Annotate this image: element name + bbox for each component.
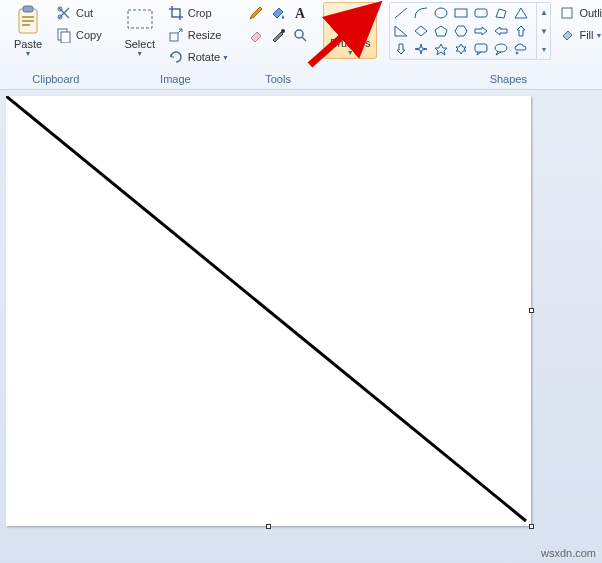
shape-fill-button[interactable]: Fill ▼: [555, 24, 602, 46]
group-image: Select ▼ Crop Resize: [112, 0, 239, 89]
shape-arrow-up[interactable]: [511, 22, 531, 40]
text-tool[interactable]: A: [289, 2, 311, 24]
brushes-label: Brushes: [330, 37, 370, 49]
canvas[interactable]: [6, 96, 531, 526]
shape-callout-rounded[interactable]: [471, 40, 491, 58]
cut-label: Cut: [76, 7, 93, 19]
shape-callout-cloud[interactable]: [511, 40, 531, 58]
shape-rounded-rect[interactable]: [471, 4, 491, 22]
shape-pentagon[interactable]: [431, 22, 451, 40]
dropdown-caret-icon: ▼: [25, 50, 32, 57]
shape-arrow-right[interactable]: [471, 22, 491, 40]
ribbon-toolbar: Paste ▼ Cut Copy Clipboard: [0, 0, 602, 90]
rotate-icon: [168, 49, 184, 65]
svg-rect-8: [61, 32, 70, 43]
select-label: Select: [124, 38, 155, 50]
fill-icon: [559, 27, 575, 43]
svg-rect-16: [475, 9, 487, 17]
svg-rect-15: [455, 9, 467, 17]
shape-star-6[interactable]: [451, 40, 471, 58]
svg-rect-9: [128, 10, 152, 28]
shapes-gallery: [390, 3, 536, 59]
select-button[interactable]: Select ▼: [118, 2, 162, 59]
shape-diamond[interactable]: [411, 22, 431, 40]
shape-oval[interactable]: [431, 4, 451, 22]
shape-right-triangle[interactable]: [391, 22, 411, 40]
scissors-icon: [56, 5, 72, 21]
gallery-scroll-down[interactable]: ▼: [537, 22, 550, 41]
shape-triangle[interactable]: [511, 4, 531, 22]
dropdown-caret-icon: ▼: [136, 50, 143, 57]
copy-icon: [56, 27, 72, 43]
select-rect-icon: [124, 4, 156, 36]
svg-rect-10: [170, 33, 178, 41]
shape-arrow-left[interactable]: [491, 22, 511, 40]
outline-icon: [559, 5, 575, 21]
fill-label: Fill: [579, 29, 593, 41]
shape-polygon[interactable]: [491, 4, 511, 22]
gallery-scroll-up[interactable]: ▲: [537, 3, 550, 22]
rotate-label: Rotate: [188, 51, 220, 63]
gallery-expand[interactable]: ▾: [537, 40, 550, 59]
crop-icon: [168, 5, 184, 21]
svg-rect-1: [23, 6, 33, 12]
watermark: wsxdn.com: [541, 547, 596, 559]
paste-button[interactable]: Paste ▼: [6, 2, 50, 59]
group-tools: A Tools: [239, 0, 317, 89]
svg-point-19: [516, 52, 518, 54]
group-brushes: Brushes ▼: [317, 0, 383, 89]
resize-label: Resize: [188, 29, 222, 41]
svg-rect-2: [22, 16, 34, 18]
shape-rectangle[interactable]: [451, 4, 471, 22]
color-picker-tool[interactable]: [267, 24, 289, 46]
shape-star-5[interactable]: [431, 40, 451, 58]
shape-arrow-down[interactable]: [391, 40, 411, 58]
resize-handle-right[interactable]: [529, 308, 534, 313]
shape-callout-oval[interactable]: [491, 40, 511, 58]
resize-handle-corner[interactable]: [529, 524, 534, 529]
svg-rect-3: [22, 20, 34, 22]
resize-handle-bottom[interactable]: [266, 524, 271, 529]
shape-curve[interactable]: [411, 4, 431, 22]
crop-button[interactable]: Crop: [164, 2, 233, 24]
copy-button[interactable]: Copy: [52, 24, 106, 46]
shape-line[interactable]: [391, 4, 411, 22]
group-title-shapes: Shapes: [389, 73, 602, 87]
shape-star-4[interactable]: [411, 40, 431, 58]
magnifier-tool[interactable]: [289, 24, 311, 46]
svg-point-13: [295, 30, 303, 38]
dropdown-caret-icon: ▼: [595, 32, 602, 39]
svg-rect-17: [475, 44, 487, 52]
brushes-button[interactable]: Brushes ▼: [323, 2, 377, 59]
dropdown-caret-icon: ▼: [347, 49, 354, 56]
svg-line-21: [6, 96, 526, 521]
svg-point-18: [495, 44, 507, 52]
group-shapes: ▲ ▼ ▾ Outline ▼ Fill ▼ Shapes: [383, 0, 602, 89]
group-title-brushes: [323, 73, 377, 87]
svg-text:A: A: [295, 6, 306, 21]
cut-button[interactable]: Cut: [52, 2, 106, 24]
resize-icon: [168, 27, 184, 43]
eraser-tool[interactable]: [245, 24, 267, 46]
outline-label: Outline: [579, 7, 602, 19]
copy-label: Copy: [76, 29, 102, 41]
group-title-image: Image: [118, 73, 233, 87]
resize-button[interactable]: Resize: [164, 24, 233, 46]
svg-point-12: [281, 29, 285, 33]
group-clipboard: Paste ▼ Cut Copy Clipboard: [0, 0, 112, 89]
group-title-tools: Tools: [245, 73, 311, 87]
svg-rect-4: [22, 24, 30, 26]
fill-tool[interactable]: [267, 2, 289, 24]
clipboard-icon: [12, 4, 44, 36]
pencil-tool[interactable]: [245, 2, 267, 24]
brush-icon: [334, 5, 366, 37]
group-title-clipboard: Clipboard: [6, 73, 106, 87]
shape-hexagon[interactable]: [451, 22, 471, 40]
canvas-drawing: [6, 96, 531, 526]
dropdown-caret-icon: ▼: [222, 54, 229, 61]
shape-outline-button[interactable]: Outline ▼: [555, 2, 602, 24]
paste-label: Paste: [14, 38, 42, 50]
svg-rect-20: [562, 8, 572, 18]
svg-point-14: [435, 8, 447, 18]
rotate-button[interactable]: Rotate ▼: [164, 46, 233, 68]
